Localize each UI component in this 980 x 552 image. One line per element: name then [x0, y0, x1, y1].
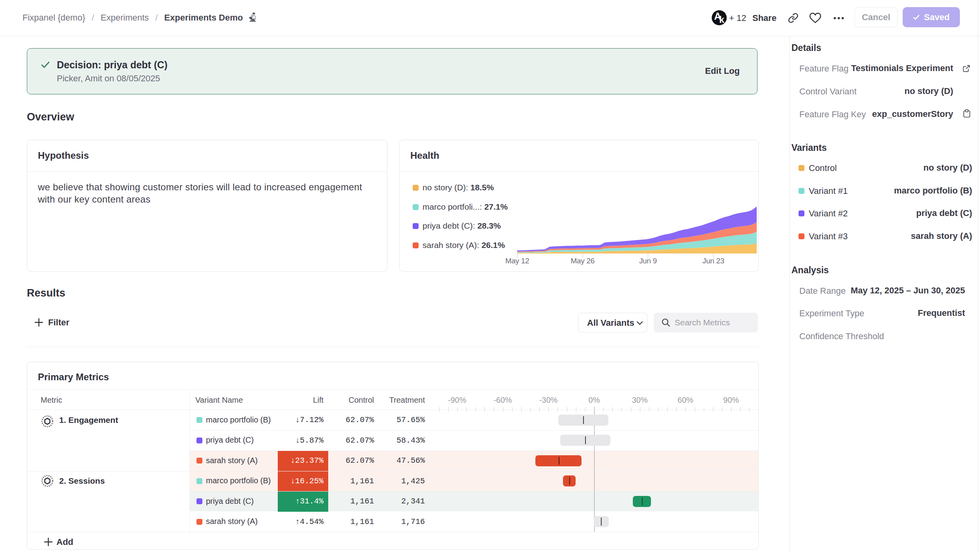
svg-text:May 26: May 26: [570, 257, 595, 265]
svg-text:Jun 23: Jun 23: [702, 257, 724, 265]
svg-text:Jun 9: Jun 9: [639, 257, 657, 265]
svg-text:May 12: May 12: [505, 257, 529, 265]
